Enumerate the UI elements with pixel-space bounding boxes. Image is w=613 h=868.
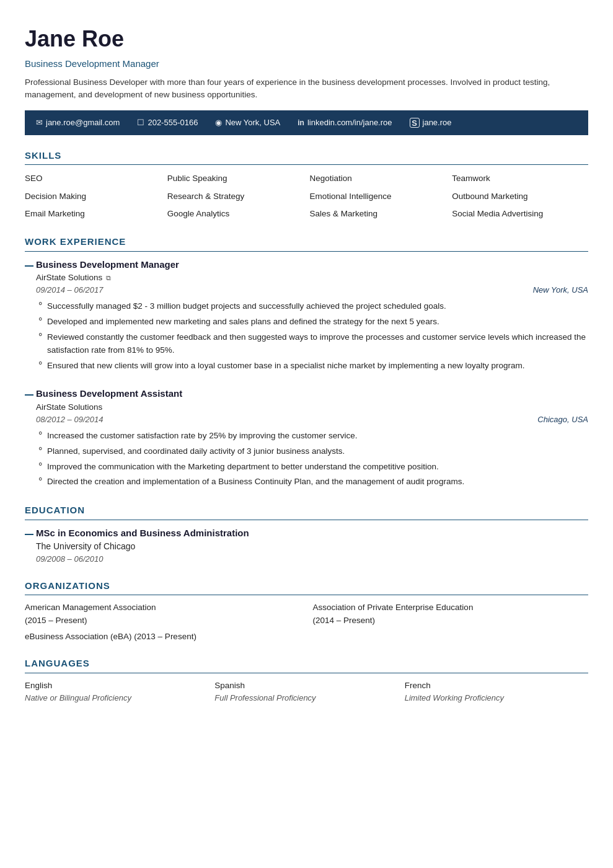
organizations-section: ORGANIZATIONS American Management Associ…: [25, 579, 588, 643]
email-icon: ✉: [36, 117, 43, 129]
phone-icon: ☐: [137, 117, 144, 129]
work-dash: [25, 258, 36, 374]
edu-date: 09/2008 – 06/2010: [36, 553, 249, 565]
language-level: Native or Bilingual Proficiency: [25, 692, 208, 704]
org-single: eBusiness Association (eBA) (2013 – Pres…: [25, 631, 588, 643]
language-name: French: [405, 680, 588, 692]
skills-section-title: SKILLS: [25, 149, 588, 166]
edu-degree: MSc in Economics and Business Administra…: [36, 526, 249, 541]
language-name: English: [25, 680, 208, 692]
contact-bar: ✉ jane.roe@gmail.com ☐ 202-555-0166 ◉ Ne…: [25, 110, 588, 135]
languages-section: LANGUAGES EnglishNative or Bilingual Pro…: [25, 657, 588, 704]
bullet-item: Reviewed constantly the customer feedbac…: [36, 330, 588, 358]
education-entries: MSc in Economics and Business Administra…: [25, 526, 588, 565]
bullet-item: Planned, supervised, and coordinated dai…: [36, 444, 588, 459]
work-entry: Business Development ManagerAirState Sol…: [25, 258, 588, 374]
contact-skype: S jane.roe: [410, 117, 452, 129]
linkedin-icon: in: [298, 117, 304, 128]
work-dash: [25, 387, 36, 490]
company-line: AirState Solutions ⧉: [36, 272, 588, 284]
contact-location: ◉ New York, USA: [215, 117, 280, 129]
work-entries: Business Development ManagerAirState Sol…: [25, 258, 588, 490]
work-content: Business Development ManagerAirState Sol…: [36, 258, 588, 374]
work-content: Business Development AssistantAirState S…: [36, 387, 588, 490]
candidate-name: Jane Roe: [25, 22, 588, 56]
skype-icon: S: [410, 118, 420, 128]
job-title: Business Development Assistant: [36, 387, 588, 401]
education-entry: MSc in Economics and Business Administra…: [25, 526, 588, 565]
bullet-list: Increased the customer satisfaction rate…: [36, 428, 588, 490]
work-experience-section: WORK EXPERIENCE Business Development Man…: [25, 235, 588, 490]
edu-content: MSc in Economics and Business Administra…: [36, 526, 249, 565]
edu-dash: [25, 526, 36, 565]
language-item: SpanishFull Professional Proficiency: [214, 680, 398, 704]
bullet-item: Increased the customer satisfaction rate…: [36, 428, 588, 444]
language-item: FrenchLimited Working Proficiency: [405, 680, 588, 704]
date-range: 08/2012 – 09/2014: [36, 414, 103, 426]
job-location: New York, USA: [533, 284, 588, 296]
skill-item: Outbound Marketing: [452, 189, 588, 204]
language-name: Spanish: [214, 680, 398, 692]
skill-item: Social Media Advertising: [452, 206, 588, 221]
bullet-item: Successfully managed $2 - 3 million budg…: [36, 299, 588, 314]
bullet-item: Directed the creation and implementation…: [36, 474, 588, 490]
organizations-section-title: ORGANIZATIONS: [25, 579, 588, 596]
job-title: Business Development Manager: [36, 258, 588, 272]
work-experience-title: WORK EXPERIENCE: [25, 235, 588, 252]
skills-grid: SEOPublic SpeakingNegotiationTeamworkDec…: [25, 171, 588, 221]
skill-item: Teamwork: [452, 171, 588, 186]
job-location: Chicago, USA: [537, 414, 588, 426]
external-link-icon: ⧉: [106, 273, 111, 283]
skill-item: Negotiation: [310, 171, 446, 186]
skill-item: Sales & Marketing: [310, 206, 446, 221]
education-section: EDUCATION MSc in Economics and Business …: [25, 503, 588, 565]
skill-item: Google Analytics: [167, 206, 304, 221]
skill-item: Public Speaking: [167, 171, 304, 186]
org-grid: American Management Association (2015 – …: [25, 601, 588, 627]
contact-linkedin: in linkedin.com/in/jane.roe: [298, 117, 392, 129]
language-level: Full Professional Proficiency: [214, 692, 398, 704]
resume-header: Jane Roe Business Development Manager Pr…: [25, 22, 588, 102]
skill-item: Research & Strategy: [167, 189, 304, 204]
languages-grid: EnglishNative or Bilingual ProficiencySp…: [25, 680, 588, 704]
contact-email: ✉ jane.roe@gmail.com: [36, 117, 120, 129]
bullet-item: Ensured that new clients will grow into …: [36, 358, 588, 374]
skills-section: SKILLS SEOPublic SpeakingNegotiationTeam…: [25, 149, 588, 221]
skill-item: Decision Making: [25, 189, 161, 204]
org-item: Association of Private Enterprise Educat…: [313, 601, 589, 627]
skill-item: Emotional Intelligence: [310, 189, 446, 204]
language-item: EnglishNative or Bilingual Proficiency: [25, 680, 208, 704]
bullet-item: Developed and implemented new marketing …: [36, 314, 588, 330]
candidate-summary: Professional Business Developer with mor…: [25, 76, 583, 102]
location-icon: ◉: [215, 117, 222, 129]
edu-school: The University of Chicago: [36, 540, 249, 553]
bullet-list: Successfully managed $2 - 3 million budg…: [36, 299, 588, 374]
contact-phone: ☐ 202-555-0166: [137, 117, 198, 129]
company-line: AirState Solutions: [36, 401, 588, 414]
language-level: Limited Working Proficiency: [405, 692, 588, 704]
date-location-row: 08/2012 – 09/2014Chicago, USA: [36, 414, 588, 426]
skill-item: Email Marketing: [25, 206, 161, 221]
languages-section-title: LANGUAGES: [25, 657, 588, 673]
date-location-row: 09/2014 – 06/2017New York, USA: [36, 284, 588, 296]
bullet-item: Improved the communication with the Mark…: [36, 459, 588, 475]
work-entry: Business Development AssistantAirState S…: [25, 387, 588, 490]
candidate-title: Business Development Manager: [25, 57, 588, 71]
org-item: American Management Association (2015 – …: [25, 601, 301, 627]
date-range: 09/2014 – 06/2017: [36, 284, 103, 296]
education-section-title: EDUCATION: [25, 503, 588, 520]
skill-item: SEO: [25, 171, 161, 186]
